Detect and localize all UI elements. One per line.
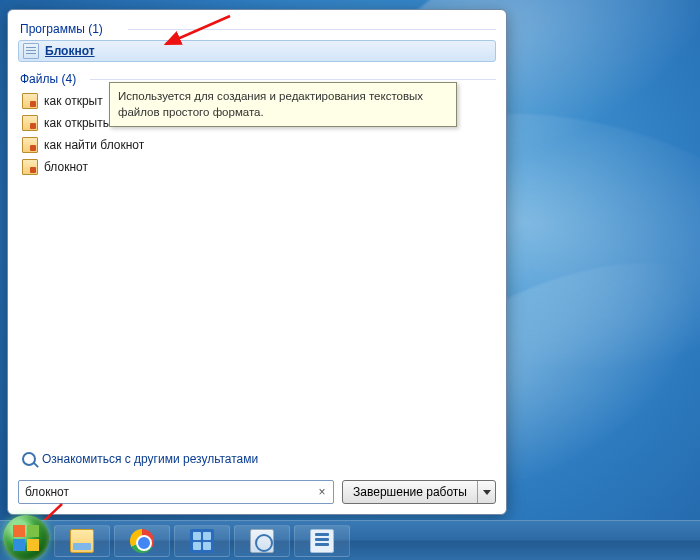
explorer-icon	[70, 529, 94, 553]
result-item-file[interactable]: блокнот	[18, 156, 496, 178]
result-label: как найти блокнот	[44, 138, 144, 152]
result-item-notepad[interactable]: Блокнот	[18, 40, 496, 62]
file-icon	[22, 115, 38, 131]
search-results: Программы (1) Блокнот Файлы (4) как откр…	[8, 10, 506, 444]
taskbar-item-explorer[interactable]	[54, 525, 110, 557]
group-label: Программы (1)	[20, 22, 103, 36]
taskbar	[0, 520, 700, 560]
divider	[90, 79, 496, 80]
start-button[interactable]	[3, 515, 49, 560]
shutdown-options-arrow[interactable]	[477, 481, 495, 503]
taskbar-item-utility[interactable]	[294, 525, 350, 557]
divider	[128, 29, 496, 30]
clear-search-icon[interactable]: ×	[315, 485, 329, 499]
search-icon	[22, 452, 36, 466]
utility-icon	[310, 529, 334, 553]
taskbar-item-chrome[interactable]	[114, 525, 170, 557]
chevron-down-icon	[483, 490, 491, 495]
shutdown-label: Завершение работы	[343, 481, 477, 503]
file-icon	[22, 137, 38, 153]
result-label: Блокнот	[45, 44, 95, 58]
result-label: блокнот	[44, 160, 88, 174]
group-label: Файлы (4)	[20, 72, 76, 86]
tooltip-text: Используется для создания и редактирован…	[118, 90, 423, 118]
file-icon	[22, 93, 38, 109]
result-item-file[interactable]: как найти блокнот	[18, 134, 496, 156]
grid-icon	[190, 529, 214, 553]
control-panel-icon	[250, 529, 274, 553]
notepad-icon	[23, 43, 39, 59]
search-box[interactable]: ×	[18, 480, 334, 504]
start-menu-bottom-row: × Завершение работы	[8, 472, 506, 514]
search-input[interactable]	[25, 485, 315, 499]
taskbar-item-control[interactable]	[234, 525, 290, 557]
group-header-programs: Программы (1)	[20, 22, 496, 36]
result-label: как открыт	[44, 94, 103, 108]
tooltip: Используется для создания и редактирован…	[109, 82, 457, 127]
more-results-label: Ознакомиться с другими результатами	[42, 452, 258, 466]
taskbar-item-panel[interactable]	[174, 525, 230, 557]
file-icon	[22, 159, 38, 175]
shutdown-button[interactable]: Завершение работы	[342, 480, 496, 504]
chrome-icon	[130, 529, 154, 553]
more-results-link[interactable]: Ознакомиться с другими результатами	[8, 444, 506, 472]
